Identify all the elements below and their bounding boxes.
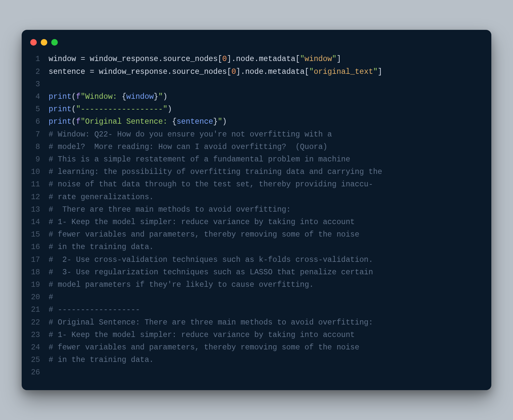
code-line[interactable]: 8# model? More reading: How can I avoid …	[30, 141, 483, 153]
code-token: # model parameters if they're likely to …	[49, 281, 314, 289]
code-token: [	[296, 55, 300, 63]
code-line[interactable]: 1window = window_response.source_nodes[0…	[30, 53, 483, 65]
line-content[interactable]: print(f"Window: {window}")	[49, 91, 167, 103]
line-content[interactable]	[49, 78, 53, 91]
code-token: )	[163, 93, 167, 101]
line-content[interactable]: # There are three main methods to avoid …	[49, 203, 291, 216]
code-line[interactable]: 22# Original Sentence: There are three m…	[30, 316, 483, 329]
line-number: 12	[30, 191, 49, 203]
code-token: .	[167, 68, 172, 76]
line-content[interactable]: print(f"Original Sentence: {sentence}")	[49, 116, 227, 128]
code-line[interactable]: 10# learning: the possibility of overfit…	[30, 166, 483, 178]
code-token: node	[236, 55, 255, 63]
code-token: window_response	[90, 55, 158, 63]
code-token: ]	[236, 68, 241, 76]
code-token: ]	[227, 55, 232, 63]
code-line[interactable]: 18# 3- Use regularization techniques suc…	[30, 266, 483, 279]
code-token: source_nodes	[163, 55, 218, 63]
code-line[interactable]: 7# Window: Q22- How do you ensure you're…	[30, 128, 483, 141]
code-line[interactable]: 14# 1- Keep the model simpler: reduce va…	[30, 216, 483, 228]
line-content[interactable]: sentence = window_response.source_nodes[…	[49, 66, 382, 78]
code-line[interactable]: 9# This is a simple restatement of a fun…	[30, 153, 483, 166]
code-token: #	[49, 293, 53, 302]
line-content[interactable]: # model? More reading: How can I avoid o…	[49, 141, 327, 153]
code-line[interactable]: 6print(f"Original Sentence: {sentence}")	[30, 116, 483, 128]
code-token: }	[154, 93, 158, 101]
line-content[interactable]: # 1- Keep the model simpler: reduce vari…	[49, 216, 355, 228]
code-token: [	[304, 68, 309, 76]
code-line[interactable]: 17# 2- Use cross-validation techniques s…	[30, 254, 483, 266]
code-line[interactable]: 12# rate generalizations.	[30, 191, 483, 203]
line-content[interactable]: # model parameters if they're likely to …	[49, 279, 314, 291]
line-content[interactable]: # fewer variables and parameters, thereb…	[49, 228, 359, 241]
code-token: )	[222, 117, 227, 126]
code-line[interactable]: 23# 1- Keep the model simpler: reduce va…	[30, 329, 483, 341]
code-line[interactable]: 26	[30, 366, 483, 379]
line-content[interactable]: # rate generalizations.	[49, 191, 154, 203]
code-token: # This is a simple restatement of a fund…	[49, 155, 350, 164]
line-number: 15	[30, 228, 49, 241]
code-token: # ------------------	[49, 305, 140, 314]
code-line[interactable]: 4print(f"Window: {window}")	[30, 91, 483, 103]
code-token: =	[80, 55, 85, 63]
code-token: # Original Sentence: There are three mai…	[49, 318, 373, 327]
code-token: window	[49, 55, 76, 63]
line-number: 25	[30, 354, 49, 366]
line-content[interactable]: # ------------------	[49, 304, 140, 316]
code-token: )	[167, 105, 172, 114]
line-number: 24	[30, 341, 49, 354]
code-line[interactable]: 5print("------------------")	[30, 103, 483, 116]
code-token: [	[227, 68, 232, 76]
code-token: # rate generalizations.	[49, 193, 154, 201]
code-line[interactable]: 20#	[30, 291, 483, 304]
line-content[interactable]	[49, 366, 53, 379]
line-content[interactable]: # fewer variables and parameters, thereb…	[49, 341, 359, 354]
code-token: metadata	[259, 55, 295, 63]
line-content[interactable]: # 1- Keep the model simpler: reduce vari…	[49, 329, 355, 341]
code-token: original_text	[314, 68, 373, 76]
line-number: 7	[30, 128, 49, 141]
code-token: # in the training data.	[49, 356, 154, 364]
line-number: 23	[30, 329, 49, 341]
code-line[interactable]: 19# model parameters if they're likely t…	[30, 279, 483, 291]
code-line[interactable]: 3	[30, 78, 483, 91]
code-token: # 1- Keep the model simpler: reduce vari…	[49, 218, 355, 226]
line-content[interactable]: # in the training data.	[49, 354, 154, 366]
code-token: {	[122, 93, 126, 101]
code-line[interactable]: 21# ------------------	[30, 304, 483, 316]
line-content[interactable]: # This is a simple restatement of a fund…	[49, 153, 350, 166]
window-zoom-button[interactable]	[51, 39, 58, 46]
line-content[interactable]: # in the training data.	[49, 241, 154, 253]
code-token: sentence	[49, 68, 85, 76]
line-content[interactable]: # Original Sentence: There are three mai…	[49, 316, 373, 329]
line-content[interactable]: #	[49, 291, 53, 304]
code-token: =	[90, 68, 94, 76]
code-token: 0	[222, 55, 227, 63]
code-line[interactable]: 25# in the training data.	[30, 354, 483, 366]
line-content[interactable]: # 2- Use cross-validation techniques suc…	[49, 254, 373, 266]
code-line[interactable]: 13# There are three main methods to avoi…	[30, 203, 483, 216]
code-window: 1window = window_response.source_nodes[0…	[22, 30, 491, 390]
code-token: "------------------"	[76, 105, 167, 114]
code-line[interactable]: 16# in the training data.	[30, 241, 483, 253]
code-token: source_nodes	[172, 68, 227, 76]
line-content[interactable]: # 3- Use regularization techniques such …	[49, 266, 373, 279]
window-close-button[interactable]	[30, 39, 37, 46]
line-number: 6	[30, 116, 49, 128]
code-line[interactable]: 24# fewer variables and parameters, ther…	[30, 341, 483, 354]
code-token: # model? More reading: How can I avoid o…	[49, 143, 327, 151]
line-content[interactable]: window = window_response.source_nodes[0]…	[49, 53, 341, 65]
line-content[interactable]: # noise of that data through to the test…	[49, 178, 373, 191]
line-content[interactable]: # Window: Q22- How do you ensure you're …	[49, 128, 332, 141]
code-token: "	[309, 68, 314, 76]
code-token: "Window:	[80, 93, 122, 101]
window-minimize-button[interactable]	[41, 39, 47, 46]
code-token: {	[172, 117, 177, 126]
line-content[interactable]: print("------------------")	[49, 103, 172, 116]
code-token: (	[72, 117, 76, 126]
code-editor[interactable]: 1window = window_response.source_nodes[0…	[22, 53, 491, 379]
line-content[interactable]: # learning: the possibility of overfitti…	[49, 166, 382, 178]
code-line[interactable]: 15# fewer variables and parameters, ther…	[30, 228, 483, 241]
code-line[interactable]: 11# noise of that data through to the te…	[30, 178, 483, 191]
code-line[interactable]: 2sentence = window_response.source_nodes…	[30, 66, 483, 78]
